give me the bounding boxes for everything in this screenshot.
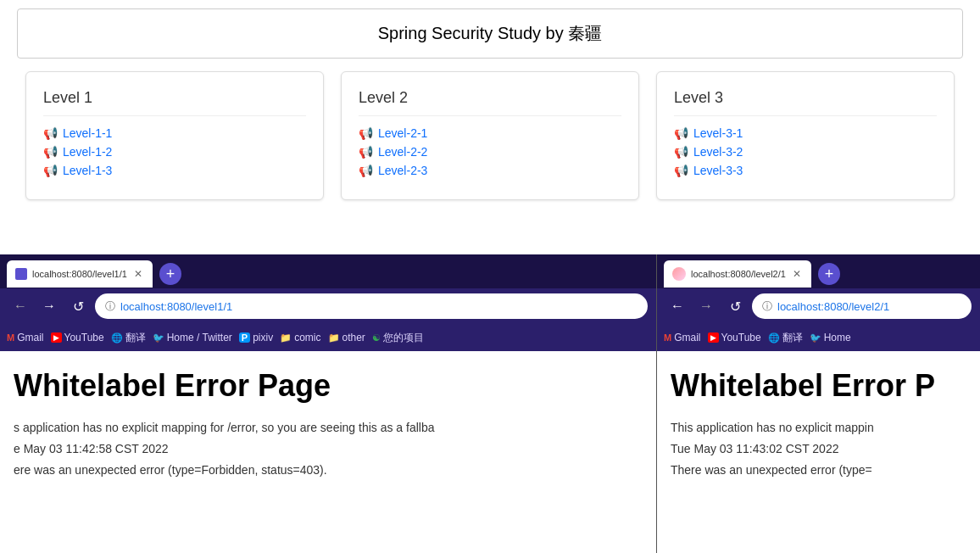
page-title: Spring Security Study by 秦疆: [17, 8, 963, 59]
address-highlight: localhost:8080/level1/1: [120, 300, 232, 313]
reload-button[interactable]: ↺: [66, 294, 90, 318]
level2-link-1[interactable]: 📢 Level-2-1: [359, 126, 621, 140]
megaphone-icon: 📢: [43, 164, 58, 177]
spring-security-page: Spring Security Study by 秦疆 Level 1 📢 Le…: [0, 0, 980, 254]
tab-favicon: [15, 268, 27, 280]
right-error-title: Whitelabel Error P: [671, 368, 966, 404]
right-youtube-icon: ▶: [708, 332, 719, 343]
right-error-body: This application has no explicit mappin …: [671, 417, 966, 482]
right-error-line1: This application has no explicit mappin: [671, 417, 966, 438]
level1-link-3[interactable]: 📢 Level-1-3: [43, 164, 306, 177]
other-folder-icon: 📁: [328, 332, 340, 344]
megaphone-icon: 📢: [359, 126, 373, 140]
megaphone-icon: 📢: [359, 164, 373, 177]
level3-card: Level 3 📢 Level-3-1 📢 Level-3-2 📢 Level-…: [656, 71, 955, 200]
megaphone-icon: 📢: [674, 145, 688, 159]
right-error-line2: Tue May 03 11:43:02 CST 2022: [671, 438, 966, 460]
lock-icon: ⓘ: [105, 299, 115, 314]
left-address-bar[interactable]: ⓘ localhost:8080/level1/1: [95, 293, 648, 319]
right-address-bar[interactable]: ⓘ localhost:8080/level2/1: [752, 293, 972, 319]
right-twitter-icon: 🐦: [810, 332, 821, 344]
new-tab-button[interactable]: +: [159, 263, 181, 285]
right-error-line3: There was an unexpected error (type=: [671, 460, 966, 481]
level3-link-3[interactable]: 📢 Level-3-3: [674, 164, 937, 177]
level2-link-3[interactable]: 📢 Level-2-3: [359, 164, 621, 177]
left-active-tab[interactable]: localhost:8080/level1/1 ✕: [7, 260, 153, 288]
page-heading: Spring Security Study by 秦疆: [378, 24, 603, 42]
tab-url-text: localhost:8080/level1/1: [32, 269, 127, 279]
right-active-tab[interactable]: localhost:8080/level2/1 ✕: [664, 260, 811, 288]
right-nav-bar: ← → ↺ ⓘ localhost:8080/level2/1: [657, 288, 980, 324]
right-translate-icon: 🌐: [768, 332, 780, 344]
left-error-line3: ere was an unexpected error (type=Forbid…: [14, 460, 643, 481]
level2-card: Level 2 📢 Level-2-1 📢 Level-2-2 📢 Level-…: [341, 71, 639, 200]
left-address-text: localhost:8080/level1/1: [120, 300, 232, 313]
left-nav-bar: ← → ↺ ⓘ localhost:8080/level1/1: [0, 288, 656, 324]
left-tab-bar: localhost:8080/level1/1 ✕ +: [0, 254, 656, 288]
level3-title: Level 3: [674, 89, 937, 116]
right-tab-bar: localhost:8080/level2/1 ✕ +: [657, 254, 980, 288]
megaphone-icon: 📢: [674, 164, 688, 177]
left-error-title: Whitelabel Error Page: [14, 368, 643, 404]
level1-link-2[interactable]: 📢 Level-1-2: [43, 145, 306, 159]
browsers-overlay: localhost:8080/level1/1 ✕ + ← → ↺ ⓘ loca…: [0, 254, 980, 553]
bookmark-twitter[interactable]: 🐦 Home / Twitter: [153, 332, 232, 344]
megaphone-icon: 📢: [43, 126, 58, 140]
cards-container: Level 1 📢 Level-1-1 📢 Level-1-2 📢 Level-…: [17, 71, 963, 200]
right-tab-url-text: localhost:8080/level2/1: [691, 269, 786, 279]
tab-close-button[interactable]: ✕: [132, 268, 144, 280]
level2-title: Level 2: [359, 89, 621, 116]
level1-title: Level 1: [43, 89, 306, 116]
left-bookmarks-bar: M Gmail ▶ YouTube 🌐 翻译 🐦 Home / Twitter …: [0, 324, 656, 351]
level2-link-2[interactable]: 📢 Level-2-2: [359, 145, 621, 159]
left-error-body: s application has no explicit mapping fo…: [14, 417, 643, 482]
level1-link-1[interactable]: 📢 Level-1-1: [43, 126, 306, 140]
right-reload-button[interactable]: ↺: [723, 294, 747, 318]
translate-icon: 🌐: [111, 332, 123, 344]
level1-card: Level 1 📢 Level-1-1 📢 Level-1-2 📢 Level-…: [25, 71, 324, 200]
left-browser-content: Whitelabel Error Page s application has …: [0, 351, 656, 553]
bookmark-pixiv[interactable]: P pixiv: [239, 332, 273, 344]
right-address-highlight: localhost:8080/level2/1: [777, 300, 889, 313]
right-new-tab-button[interactable]: +: [818, 263, 840, 285]
right-back-button[interactable]: ←: [665, 294, 689, 318]
bookmark-youtube[interactable]: ▶ YouTube: [51, 332, 104, 344]
browser-right: localhost:8080/level2/1 ✕ + ← → ↺ ⓘ loca…: [657, 254, 980, 553]
right-address-text: localhost:8080/level2/1: [777, 300, 889, 313]
megaphone-icon: 📢: [359, 145, 373, 159]
bookmark-translate[interactable]: 🌐 翻译: [111, 331, 146, 345]
right-browser-content: Whitelabel Error P This application has …: [657, 351, 980, 553]
megaphone-icon: 📢: [43, 145, 58, 159]
bookmark-other[interactable]: 📁 other: [328, 332, 365, 344]
right-gmail-icon: M: [664, 332, 671, 343]
browser-left: localhost:8080/level1/1 ✕ + ← → ↺ ⓘ loca…: [0, 254, 657, 553]
right-forward-button[interactable]: →: [694, 294, 718, 318]
bookmark-project[interactable]: ☯ 您的项目: [372, 331, 424, 345]
bookmark-gmail[interactable]: M Gmail: [7, 332, 44, 344]
right-bookmark-home[interactable]: 🐦 Home: [810, 332, 851, 344]
tab-avatar-favicon: [672, 267, 686, 281]
right-tab-close-button[interactable]: ✕: [791, 268, 803, 280]
right-lock-icon: ⓘ: [762, 299, 772, 314]
level3-link-2[interactable]: 📢 Level-3-2: [674, 145, 937, 159]
pixiv-icon: P: [239, 332, 250, 343]
forward-button[interactable]: →: [37, 294, 61, 318]
right-bookmark-youtube[interactable]: ▶ YouTube: [708, 332, 761, 344]
comic-folder-icon: 📁: [280, 332, 292, 344]
megaphone-icon: 📢: [674, 126, 688, 140]
youtube-icon: ▶: [51, 332, 62, 343]
left-error-line2: e May 03 11:42:58 CST 2022: [14, 438, 643, 460]
back-button[interactable]: ←: [8, 294, 32, 318]
gmail-icon: M: [7, 332, 14, 343]
project-icon: ☯: [372, 332, 381, 344]
level3-link-1[interactable]: 📢 Level-3-1: [674, 126, 937, 140]
bookmark-comic[interactable]: 📁 comic: [280, 332, 320, 344]
right-bookmark-gmail[interactable]: M Gmail: [664, 332, 701, 344]
right-bookmarks-bar: M Gmail ▶ YouTube 🌐 翻译 🐦 Home: [657, 324, 980, 351]
left-error-line1: s application has no explicit mapping fo…: [14, 417, 643, 438]
right-bookmark-translate[interactable]: 🌐 翻译: [768, 331, 803, 345]
twitter-icon: 🐦: [153, 332, 164, 344]
